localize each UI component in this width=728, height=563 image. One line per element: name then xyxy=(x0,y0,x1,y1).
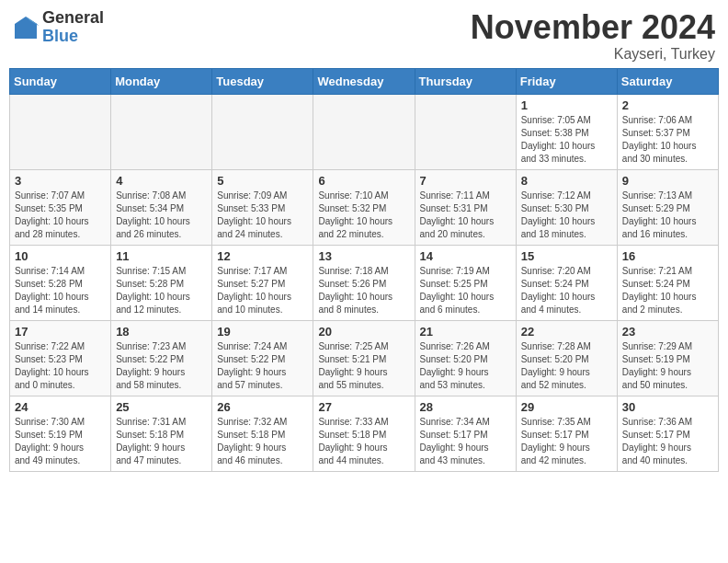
day-info: Sunrise: 7:15 AM Sunset: 5:28 PM Dayligh… xyxy=(116,265,207,316)
day-number: 1 xyxy=(521,98,612,112)
logo-blue: Blue xyxy=(42,28,104,46)
day-number: 6 xyxy=(318,174,409,188)
week-row-3: 10Sunrise: 7:14 AM Sunset: 5:28 PM Dayli… xyxy=(10,245,719,320)
day-cell: 7Sunrise: 7:11 AM Sunset: 5:31 PM Daylig… xyxy=(415,169,516,245)
day-info: Sunrise: 7:23 AM Sunset: 5:22 PM Dayligh… xyxy=(116,340,207,392)
day-cell: 8Sunrise: 7:12 AM Sunset: 5:30 PM Daylig… xyxy=(516,169,617,245)
day-info: Sunrise: 7:05 AM Sunset: 5:38 PM Dayligh… xyxy=(521,114,612,166)
day-cell: 15Sunrise: 7:20 AM Sunset: 5:24 PM Dayli… xyxy=(516,245,617,320)
day-info: Sunrise: 7:14 AM Sunset: 5:28 PM Dayligh… xyxy=(15,265,106,316)
weekday-header-saturday: Saturday xyxy=(617,68,718,94)
day-cell: 22Sunrise: 7:28 AM Sunset: 5:20 PM Dayli… xyxy=(516,320,617,396)
logo-icon xyxy=(13,15,39,40)
day-number: 9 xyxy=(622,174,713,188)
day-cell: 17Sunrise: 7:22 AM Sunset: 5:23 PM Dayli… xyxy=(10,320,111,396)
day-number: 11 xyxy=(116,249,207,263)
day-cell: 3Sunrise: 7:07 AM Sunset: 5:35 PM Daylig… xyxy=(10,169,111,245)
day-cell: 6Sunrise: 7:10 AM Sunset: 5:32 PM Daylig… xyxy=(313,169,415,245)
day-cell: 10Sunrise: 7:14 AM Sunset: 5:28 PM Dayli… xyxy=(10,245,111,320)
day-info: Sunrise: 7:08 AM Sunset: 5:34 PM Dayligh… xyxy=(116,190,207,241)
day-cell: 19Sunrise: 7:24 AM Sunset: 5:22 PM Dayli… xyxy=(212,320,313,396)
day-number: 13 xyxy=(318,249,409,263)
week-row-2: 3Sunrise: 7:07 AM Sunset: 5:35 PM Daylig… xyxy=(10,169,719,245)
weekday-header-tuesday: Tuesday xyxy=(212,68,313,94)
day-cell: 13Sunrise: 7:18 AM Sunset: 5:26 PM Dayli… xyxy=(313,245,415,320)
day-info: Sunrise: 7:31 AM Sunset: 5:18 PM Dayligh… xyxy=(116,416,207,467)
day-cell: 24Sunrise: 7:30 AM Sunset: 5:19 PM Dayli… xyxy=(10,396,111,471)
day-number: 12 xyxy=(217,249,308,263)
day-number: 20 xyxy=(318,325,409,339)
logo: General Blue xyxy=(13,9,104,46)
day-cell: 2Sunrise: 7:06 AM Sunset: 5:37 PM Daylig… xyxy=(617,94,718,169)
day-info: Sunrise: 7:11 AM Sunset: 5:31 PM Dayligh… xyxy=(420,190,511,241)
day-cell xyxy=(415,94,516,169)
day-cell: 20Sunrise: 7:25 AM Sunset: 5:21 PM Dayli… xyxy=(313,320,415,396)
day-number: 28 xyxy=(420,400,511,414)
day-number: 10 xyxy=(15,249,106,263)
day-info: Sunrise: 7:36 AM Sunset: 5:17 PM Dayligh… xyxy=(622,416,713,467)
day-number: 22 xyxy=(521,325,612,339)
day-number: 16 xyxy=(622,249,713,263)
day-number: 3 xyxy=(15,174,106,188)
day-number: 29 xyxy=(521,400,612,414)
day-cell: 11Sunrise: 7:15 AM Sunset: 5:28 PM Dayli… xyxy=(111,245,212,320)
day-cell: 23Sunrise: 7:29 AM Sunset: 5:19 PM Dayli… xyxy=(617,320,718,396)
location: Kayseri, Turkey xyxy=(471,46,715,63)
day-info: Sunrise: 7:24 AM Sunset: 5:22 PM Dayligh… xyxy=(217,340,308,392)
day-info: Sunrise: 7:21 AM Sunset: 5:24 PM Dayligh… xyxy=(622,265,713,316)
day-info: Sunrise: 7:18 AM Sunset: 5:26 PM Dayligh… xyxy=(318,265,409,316)
day-number: 2 xyxy=(622,98,713,112)
logo-text: General Blue xyxy=(42,9,104,46)
day-cell: 28Sunrise: 7:34 AM Sunset: 5:17 PM Dayli… xyxy=(415,396,516,471)
day-info: Sunrise: 7:22 AM Sunset: 5:23 PM Dayligh… xyxy=(15,340,106,392)
month-title: November 2024 xyxy=(471,9,715,46)
weekday-header-monday: Monday xyxy=(111,68,212,94)
page-header: General Blue November 2024 Kayseri, Turk… xyxy=(9,9,719,63)
day-number: 27 xyxy=(318,400,409,414)
day-number: 25 xyxy=(116,400,207,414)
day-info: Sunrise: 7:34 AM Sunset: 5:17 PM Dayligh… xyxy=(420,416,511,467)
weekday-header-sunday: Sunday xyxy=(10,68,111,94)
day-cell: 14Sunrise: 7:19 AM Sunset: 5:25 PM Dayli… xyxy=(415,245,516,320)
day-cell xyxy=(212,94,313,169)
weekday-header-row: SundayMondayTuesdayWednesdayThursdayFrid… xyxy=(10,68,719,94)
day-info: Sunrise: 7:25 AM Sunset: 5:21 PM Dayligh… xyxy=(318,340,409,392)
day-cell: 5Sunrise: 7:09 AM Sunset: 5:33 PM Daylig… xyxy=(212,169,313,245)
day-cell xyxy=(313,94,415,169)
logo-general: General xyxy=(42,9,104,28)
day-number: 14 xyxy=(420,249,511,263)
week-row-4: 17Sunrise: 7:22 AM Sunset: 5:23 PM Dayli… xyxy=(10,320,719,396)
weekday-header-thursday: Thursday xyxy=(415,68,516,94)
day-number: 8 xyxy=(521,174,612,188)
day-cell: 12Sunrise: 7:17 AM Sunset: 5:27 PM Dayli… xyxy=(212,245,313,320)
day-cell: 21Sunrise: 7:26 AM Sunset: 5:20 PM Dayli… xyxy=(415,320,516,396)
weekday-header-friday: Friday xyxy=(516,68,617,94)
day-info: Sunrise: 7:26 AM Sunset: 5:20 PM Dayligh… xyxy=(420,340,511,392)
day-number: 7 xyxy=(420,174,511,188)
day-cell: 18Sunrise: 7:23 AM Sunset: 5:22 PM Dayli… xyxy=(111,320,212,396)
day-info: Sunrise: 7:33 AM Sunset: 5:18 PM Dayligh… xyxy=(318,416,409,467)
day-number: 26 xyxy=(217,400,308,414)
day-number: 17 xyxy=(15,325,106,339)
week-row-1: 1Sunrise: 7:05 AM Sunset: 5:38 PM Daylig… xyxy=(10,94,719,169)
day-number: 18 xyxy=(116,325,207,339)
day-info: Sunrise: 7:28 AM Sunset: 5:20 PM Dayligh… xyxy=(521,340,612,392)
day-cell: 4Sunrise: 7:08 AM Sunset: 5:34 PM Daylig… xyxy=(111,169,212,245)
day-number: 30 xyxy=(622,400,713,414)
day-number: 23 xyxy=(622,325,713,339)
day-cell xyxy=(10,94,111,169)
day-cell: 9Sunrise: 7:13 AM Sunset: 5:29 PM Daylig… xyxy=(617,169,718,245)
week-row-5: 24Sunrise: 7:30 AM Sunset: 5:19 PM Dayli… xyxy=(10,396,719,471)
svg-marker-0 xyxy=(15,17,37,39)
day-cell: 16Sunrise: 7:21 AM Sunset: 5:24 PM Dayli… xyxy=(617,245,718,320)
day-cell: 29Sunrise: 7:35 AM Sunset: 5:17 PM Dayli… xyxy=(516,396,617,471)
day-number: 5 xyxy=(217,174,308,188)
day-info: Sunrise: 7:20 AM Sunset: 5:24 PM Dayligh… xyxy=(521,265,612,316)
day-info: Sunrise: 7:06 AM Sunset: 5:37 PM Dayligh… xyxy=(622,114,713,166)
day-info: Sunrise: 7:12 AM Sunset: 5:30 PM Dayligh… xyxy=(521,190,612,241)
calendar-table: SundayMondayTuesdayWednesdayThursdayFrid… xyxy=(9,68,719,472)
day-info: Sunrise: 7:32 AM Sunset: 5:18 PM Dayligh… xyxy=(217,416,308,467)
day-number: 15 xyxy=(521,249,612,263)
weekday-header-wednesday: Wednesday xyxy=(313,68,415,94)
day-cell: 27Sunrise: 7:33 AM Sunset: 5:18 PM Dayli… xyxy=(313,396,415,471)
